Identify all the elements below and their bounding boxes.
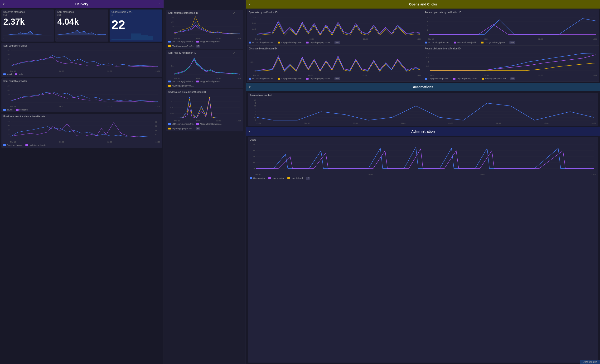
admin-collapse-icon[interactable]: ▾ (249, 129, 251, 133)
notif-legend-2: 77cpga3f4h4bghpwat... (196, 40, 222, 43)
automations-invoked-chart: Automations Invoked 3.5 3 2.5 2 1.5 1 0.… (248, 93, 598, 126)
sent-label: Sent Messages (57, 11, 106, 13)
delivery-upload-icon[interactable]: ↑ (159, 2, 161, 6)
sent-by-provider-chart: Sent count by provider 1e3 100 10 1 Thu … (1, 78, 162, 112)
channel-x3: 12:00 (107, 70, 112, 72)
svg-text:1e-3: 1e-3 (252, 28, 256, 30)
svg-text:0.5: 0.5 (426, 65, 429, 67)
right-panel: ▾ Opens and Clicks Open rate by notifica… (246, 0, 600, 364)
click-rate-badge[interactable]: +11 (335, 77, 340, 80)
automations-header: ▾ Automations (246, 83, 600, 91)
open-rate-x3: 12:00 (363, 38, 368, 40)
repeat-open-rate-title: Repeat open rate by notification ID (425, 11, 598, 14)
auto-x3: 03:00 (353, 122, 358, 124)
email-x4: 18:00 (155, 141, 160, 143)
received-messages-card: Received Messages 910 2.37k 1 (1, 9, 54, 42)
auto-x2: Thu 13 (304, 122, 310, 124)
open-rate-legend: 14171cnhxg4jhanh2nr... 77cpga3f4h4bghpwa… (249, 41, 422, 44)
click-x3: 12:00 (363, 74, 367, 76)
more-icon[interactable]: ⋮ (239, 11, 241, 15)
undeliv-legend-2-label: 77cpga3f4h4bghpwat... (200, 123, 222, 125)
auto-x6: 12:00 (496, 122, 501, 124)
legend-undeliverable-rate-color (25, 144, 28, 146)
svg-text:1e-3: 1e-3 (170, 112, 174, 114)
open-rate-badge[interactable]: +12 (335, 41, 340, 44)
download-rate-icon[interactable]: ↓ (236, 52, 238, 55)
svg-text:1e3: 1e3 (7, 120, 9, 122)
open-rate-x4: 18:00 (416, 38, 421, 40)
automations-collapse-icon[interactable]: ▾ (249, 85, 251, 89)
automations-invoked-title: Automations Invoked (250, 94, 596, 97)
svg-text:4k: 4k (253, 144, 255, 146)
open-rate-x1: Thu 13 (255, 38, 261, 40)
received-bottom: 1 (3, 38, 52, 40)
undeliv-legend-2: 77cpga3f4h4bghpwat... (196, 123, 222, 125)
rate-x3: 12:00 (216, 77, 221, 79)
svg-text:1e3: 1e3 (7, 50, 9, 52)
repeat-click-badge[interactable]: +4 (510, 77, 515, 80)
email-sent-title: Email sent count and undeliverable rate (3, 115, 160, 118)
svg-text:1: 1 (173, 96, 174, 97)
svg-text:0.01: 0.01 (170, 106, 174, 108)
expand-rate-icon[interactable]: ⤢ (233, 51, 235, 55)
notif-sent-x2: 06:00 (196, 37, 200, 39)
download-icon[interactable]: ↓ (236, 12, 238, 15)
sent-count-badge[interactable]: +6 (196, 45, 200, 47)
sent-rate-actions: ⤢ ↓ ⋮ (233, 51, 242, 55)
repeat-open-x1: Thu 13 (428, 38, 434, 40)
undeliv-badge[interactable]: +6 (196, 127, 200, 130)
svg-rect-2 (148, 36, 153, 41)
svg-text:3: 3 (427, 25, 429, 27)
undeliverable-rate-title: Undeliverable rate by notification ID (168, 91, 206, 93)
repeat-open-rate-chart: Repeat open rate by notification ID 5 4 … (423, 9, 599, 46)
open-rate-x2: 06:00 (309, 38, 314, 40)
expand-icon[interactable]: ⤢ (233, 11, 235, 15)
undeliverable-label: Undeliverable Mes... (112, 11, 160, 13)
legend-courier: courier (3, 109, 13, 111)
repeat-open-badge[interactable]: +13 (509, 41, 515, 44)
sent-count-notif-actions: ⤢ ↓ ⋮ (233, 11, 242, 15)
ro-legend-1: 14171cnhxg4jhanh2nr... (428, 41, 451, 44)
received-label: Received Messages (3, 11, 52, 13)
sent-count-notif-header: Sent count by notification ID ⤢ ↓ ⋮ (168, 11, 241, 15)
delivery-collapse-icon[interactable]: ▾ (3, 2, 5, 6)
email-sent-chart: Email sent count and undeliverable rate … (1, 114, 162, 148)
rate-legend-1-label: 14171cnhxg4jhanh2nr... (172, 80, 195, 83)
svg-text:0: 0 (428, 70, 429, 72)
svg-text:0.6: 0.6 (155, 125, 157, 127)
svg-text:1e3: 1e3 (7, 85, 9, 87)
legend-courier-label: courier (7, 109, 13, 111)
users-badge[interactable]: +6 (306, 177, 310, 180)
undeliverable-value: 22 (112, 18, 160, 32)
svg-rect-0 (131, 34, 141, 40)
more-rate-icon[interactable]: ⋮ (239, 51, 241, 55)
notif-legend-1-label: 14171cnhxg4jhanh2nr... (172, 40, 195, 43)
undeliv-legend-1: 14171cnhxg4jhanh2nr... (168, 123, 195, 125)
svg-text:0.01: 0.01 (252, 22, 256, 24)
open-legend-2: 77cpga3f4h4bghpwat... (281, 41, 303, 44)
repeat-click-x3: 12:00 (538, 74, 543, 76)
dashboard: ▾ Delivery ↑ Received Messages 910 2.37k (0, 0, 600, 364)
svg-text:0.1: 0.1 (253, 16, 256, 18)
sent-rate-notif-chart: Sent rate by notification ID ⤢ ↓ ⋮ 1 0.1 (166, 50, 243, 88)
opens-collapse-icon[interactable]: ▾ (249, 2, 251, 6)
undeliverable-rate-header: Undeliverable rate by notification ID (168, 91, 241, 93)
undeliverable-top: 4 (112, 14, 160, 16)
sent-count-notif-chart: Sent count by notification ID ⤢ ↓ ⋮ 1e3 … (166, 10, 243, 49)
open-legend-3: 78ya0hqytqmqx7nm9... (309, 41, 332, 44)
svg-text:10: 10 (8, 129, 9, 131)
open-rate-title: Open rate by notification ID (249, 11, 422, 14)
users-legend-2: User updated (272, 177, 285, 179)
rate-legend-2: 77cpga3f4h4bghpwat... (196, 80, 222, 83)
legend-email-count-color (3, 144, 6, 146)
metrics-row: Received Messages 910 2.37k 1 Sent Messa… (1, 9, 162, 42)
delivery-panel: ▾ Delivery ↑ Received Messages 910 2.37k (0, 0, 164, 364)
svg-text:10: 10 (8, 94, 9, 96)
sent-by-provider-title: Sent count by provider (3, 80, 160, 82)
email-x3: 12:00 (107, 141, 112, 143)
svg-text:2k: 2k (253, 156, 255, 157)
svg-text:1: 1 (255, 114, 256, 115)
legend-push: push (15, 73, 23, 76)
undeliv-legend-1-label: 14171cnhxg4jhanh2nr... (172, 123, 195, 125)
notif-legend-1-color (168, 41, 171, 43)
